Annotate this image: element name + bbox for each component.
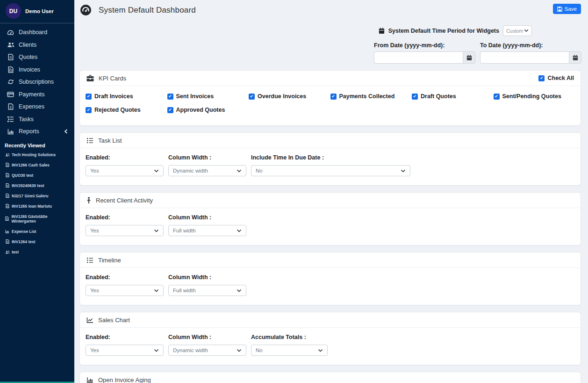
sales-chart-enabled-select[interactable]: Yes <box>86 345 164 356</box>
check-all-checkbox[interactable]: ✔ <box>538 75 545 81</box>
kpi-cards-title: KPI Cards <box>99 75 126 82</box>
kpi-checkbox-draft-quotes[interactable]: ✔ Draft Quotes <box>412 93 494 100</box>
list-icon <box>86 137 93 144</box>
recent-item-label: INV1265 Gäststätte Wintergarten <box>11 214 70 224</box>
recent-item-label: Expense List <box>12 229 36 234</box>
checkbox-icon[interactable]: ✔ <box>412 94 418 100</box>
list-icon <box>86 257 93 263</box>
timeline-header: Timeline <box>80 253 581 268</box>
chevron-down-icon <box>401 169 406 173</box>
recent-client-activity-section: Recent Client Activity Enabled: Yes Colu… <box>79 192 581 246</box>
rca-enabled-select[interactable]: Yes <box>86 225 164 236</box>
recent-item-invoice[interactable]: INV1266 Cash Sales <box>0 160 74 170</box>
time-period-select[interactable]: Custom D <box>503 25 532 36</box>
dashboard-icon <box>7 29 14 36</box>
checkbox-icon[interactable]: ✔ <box>249 94 255 100</box>
chart-line-icon <box>86 317 93 323</box>
user-profile[interactable]: DU Demo User <box>0 0 74 23</box>
file-invoice-icon <box>5 217 9 221</box>
checkbox-icon[interactable]: ✔ <box>494 94 500 100</box>
task-list-include-time-field: Include Time In Due Date : No <box>251 154 410 176</box>
recent-item-label: QUO30 test <box>12 173 33 178</box>
save-button[interactable]: Save <box>553 4 581 14</box>
sales-chart-accumulate-select[interactable]: No <box>251 345 328 356</box>
user-name: Demo User <box>25 8 54 14</box>
recent-item-invoice[interactable]: INV20240630 test <box>0 181 74 191</box>
task-list-column-width-field: Column Width : Dynamic width <box>168 154 246 176</box>
to-date-label: To Date (yyyy-mm-dd): <box>480 42 581 49</box>
file-invoice-icon <box>5 239 10 244</box>
recent-item-expense-list[interactable]: Expense List <box>0 226 74 237</box>
sidebar-item-label: Expenses <box>19 103 44 110</box>
recent-item-client[interactable]: test <box>0 247 74 257</box>
date-range-row: From Date (yyyy-mm-dd): To Date (yyyy-mm… <box>74 36 588 64</box>
sidebar-item-quotes[interactable]: Quotes <box>0 51 74 64</box>
recent-item-invoice[interactable]: INV1265 Ioan Mariutu <box>0 201 74 211</box>
open-invoice-aging-title: Open Invoice Aging <box>98 376 151 383</box>
kpi-checkbox-approved-quotes[interactable]: ✔ Approved Quotes <box>167 107 249 113</box>
kpi-checkbox-payments-collected[interactable]: ✔ Payments Collected <box>330 93 412 100</box>
chevron-left-icon <box>64 129 68 134</box>
sidebar-item-subscriptions[interactable]: Subscriptions <box>0 76 74 88</box>
task-list-enabled-select[interactable]: Yes <box>86 165 164 176</box>
from-date-calendar-button[interactable] <box>463 51 475 64</box>
kpi-checkbox-label: Sent Invoices <box>176 93 214 100</box>
recent-item-invoice[interactable]: N3217 Gioni Galeru <box>0 191 74 201</box>
select-value: No <box>256 347 263 353</box>
sidebar-item-tasks[interactable]: Tasks <box>0 113 74 126</box>
field-label: Column Width : <box>168 334 246 340</box>
sidebar-item-invoices[interactable]: Invoices <box>0 64 74 76</box>
task-list-column-width-select[interactable]: Dynamic width <box>168 165 246 176</box>
kpi-checkbox-sent-pending-quotes[interactable]: ✔ Sent/Pending Quotes <box>494 93 575 100</box>
sidebar-item-reports[interactable]: Reports <box>0 125 74 138</box>
recent-item-invoice[interactable]: INV1265 Gäststätte Wintergarten <box>0 211 74 226</box>
select-value: Yes <box>90 288 99 293</box>
checkbox-icon[interactable]: ✔ <box>167 107 173 113</box>
sidebar-item-dashboard[interactable]: Dashboard <box>0 26 74 39</box>
calendar-icon <box>379 28 385 34</box>
recent-item-invoice[interactable]: INV1264 test <box>0 237 74 247</box>
to-date-input[interactable] <box>480 51 569 64</box>
field-label: Enabled: <box>86 154 164 161</box>
select-value: Yes <box>90 168 99 173</box>
checkbox-icon[interactable]: ✔ <box>330 94 337 100</box>
sidebar-item-expenses[interactable]: $ Expenses <box>0 101 74 113</box>
timeline-column-width-select[interactable]: Full width <box>168 285 246 296</box>
rca-column-width-select[interactable]: Full width <box>168 225 246 236</box>
timeline-section: Timeline Enabled: Yes Column Width : Ful… <box>79 252 581 305</box>
file-invoice-icon <box>5 194 10 198</box>
kpi-checkbox-sent-invoices[interactable]: ✔ Sent Invoices <box>167 93 249 100</box>
timeline-enabled-select[interactable]: Yes <box>86 285 164 296</box>
select-value: No <box>256 168 263 173</box>
from-date-input[interactable] <box>374 51 463 64</box>
users-icon <box>7 42 14 48</box>
credit-card-icon <box>7 92 14 97</box>
task-list-include-time-select[interactable]: No <box>251 165 410 176</box>
main-content: System Default Dashboard Save System Def… <box>74 0 588 383</box>
rca-enabled-field: Enabled: Yes <box>86 214 164 236</box>
checkbox-icon[interactable]: ✔ <box>86 94 92 100</box>
sales-chart-column-width-select[interactable]: Dynamic width <box>168 345 246 356</box>
chart-bar-icon <box>7 129 14 135</box>
tasks-icon <box>7 116 14 122</box>
recent-item-client[interactable]: Tech Hosting Solutions <box>0 150 74 160</box>
kpi-cards-section: KPI Cards ✔ Check All ✔ Draft Invoices ✔… <box>79 70 581 126</box>
sidebar-item-payments[interactable]: Payments <box>0 88 74 101</box>
sidebar-item-clients[interactable]: Clients <box>0 39 74 51</box>
kpi-checkbox-label: Payments Collected <box>339 93 395 100</box>
kpi-checkbox-rejected-quotes[interactable]: ✔ Rejected Quotes <box>86 107 167 113</box>
select-value: Dynamic width <box>173 168 208 173</box>
kpi-checkbox-label: Overdue Invoices <box>258 93 306 100</box>
recent-item-label: INV1264 test <box>12 239 36 244</box>
kpi-checkbox-draft-invoices[interactable]: ✔ Draft Invoices <box>86 93 167 100</box>
chevron-down-icon <box>237 169 242 173</box>
file-icon <box>5 173 10 177</box>
file-dollar-icon: $ <box>7 103 14 110</box>
rca-column-width-field: Column Width : Full width <box>168 214 246 236</box>
chart-bar-icon <box>86 377 93 383</box>
to-date-calendar-button[interactable] <box>569 51 581 64</box>
recent-item-quote[interactable]: QUO30 test <box>0 170 74 181</box>
kpi-checkbox-overdue-invoices[interactable]: ✔ Overdue Invoices <box>249 93 330 100</box>
checkbox-icon[interactable]: ✔ <box>167 94 173 100</box>
checkbox-icon[interactable]: ✔ <box>86 107 92 113</box>
